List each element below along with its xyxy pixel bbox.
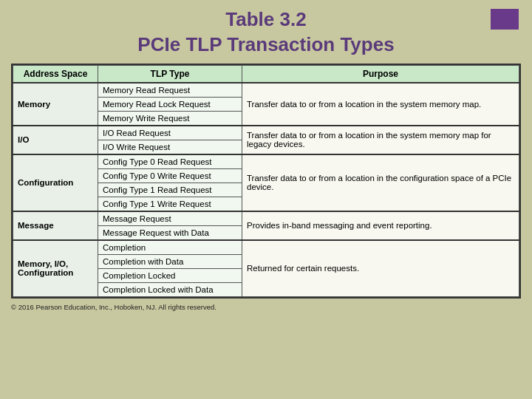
purpose-cell-memory: Transfer data to or from a location in t… [242, 83, 519, 126]
address-cell-memory: Memory [13, 83, 98, 126]
tlp-cell: I/O Read Request [98, 126, 242, 140]
tlp-cell: I/O Write Request [98, 140, 242, 154]
purpose-cell-message: Provides in-band messaging and event rep… [242, 211, 519, 240]
address-cell-completion: Memory, I/O,Configuration [13, 240, 98, 297]
tlp-cell: Completion Locked with Data [98, 282, 242, 296]
page-title: Table 3.2 PCIe TLP Transaction Types [11, 7, 521, 58]
purple-accent-box [491, 9, 519, 30]
tlp-cell: Config Type 0 Read Request [98, 154, 242, 169]
tlp-cell: Config Type 0 Write Request [98, 168, 242, 183]
purpose-cell-io: Transfer data to or from a location in t… [242, 126, 519, 154]
tlp-cell: Memory Read Request [98, 83, 242, 98]
col-header-address: Address Space [13, 65, 98, 83]
table-header-row: Address Space TLP Type Purpose [13, 65, 519, 83]
table-row: Memory, I/O,Configuration Completion Ret… [13, 240, 519, 255]
table-row: Configuration Config Type 0 Read Request… [13, 154, 519, 169]
tlp-cell: Config Type 1 Write Request [98, 197, 242, 211]
page-container: Table 3.2 PCIe TLP Transaction Types Add… [0, 0, 532, 399]
title-line1: Table 3.2 [225, 8, 306, 30]
table-row: Memory Memory Read Request Transfer data… [13, 83, 519, 98]
purpose-cell-completion: Returned for certain requests. [242, 240, 519, 297]
col-header-purpose: Purpose [242, 65, 519, 83]
address-cell-io: I/O [13, 126, 98, 154]
title-section: Table 3.2 PCIe TLP Transaction Types [11, 7, 521, 58]
footer-text: © 2016 Pearson Education, Inc., Hoboken,… [11, 303, 216, 311]
tlp-cell: Memory Write Request [98, 111, 242, 126]
table-row: Message Message Request Provides in-band… [13, 211, 519, 226]
tlp-cell: Completion Locked [98, 268, 242, 282]
table-wrapper: Address Space TLP Type Purpose Memory Me… [11, 64, 521, 299]
tlp-cell: Completion [98, 240, 242, 255]
table-row: I/O I/O Read Request Transfer data to or… [13, 126, 519, 140]
title-line2: PCIe TLP Transaction Types [137, 33, 394, 55]
tlp-table: Address Space TLP Type Purpose Memory Me… [13, 65, 519, 297]
col-header-tlp: TLP Type [98, 65, 242, 83]
tlp-cell: Completion with Data [98, 254, 242, 268]
tlp-cell: Message Request [98, 211, 242, 226]
tlp-cell: Config Type 1 Read Request [98, 183, 242, 197]
address-cell-message: Message [13, 211, 98, 240]
purpose-cell-config: Transfer data to or from a location in t… [242, 154, 519, 211]
address-cell-config: Configuration [13, 154, 98, 211]
tlp-cell: Message Request with Data [98, 225, 242, 240]
tlp-cell: Memory Read Lock Request [98, 97, 242, 111]
